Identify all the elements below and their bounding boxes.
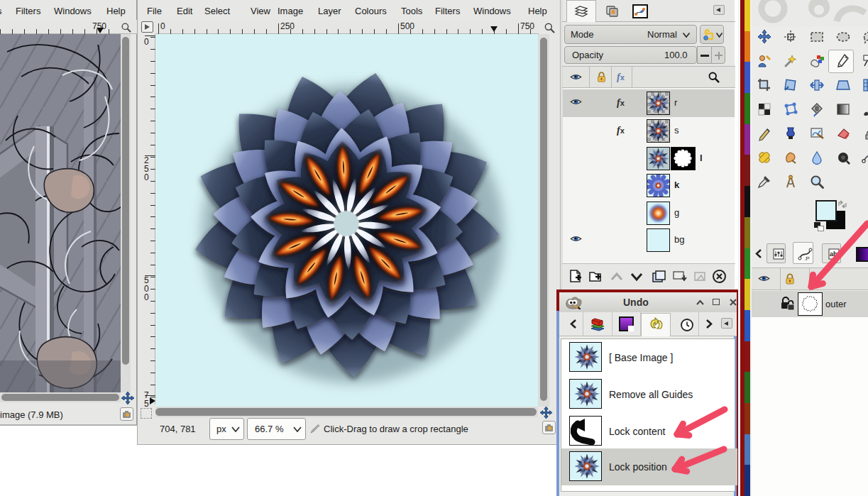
svg-text:ab: ab	[830, 250, 837, 258]
svg-text:.P: .P	[804, 255, 810, 262]
